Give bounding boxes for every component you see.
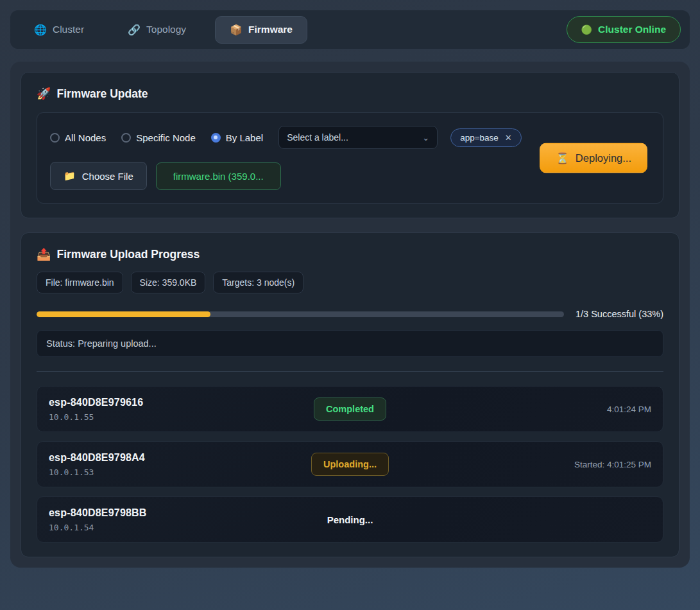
chevron-down-icon: ⌄ [422,133,429,143]
upload-progress-card: 📤 Firmware Upload Progress File: firmwar… [21,232,679,557]
selected-file-label: firmware.bin (359.0... [173,171,264,182]
radio-specific-node[interactable]: Specific Node [121,132,196,143]
file-info-chips: File: firmware.bin Size: 359.0KB Targets… [37,272,663,293]
radio-specific-node-label: Specific Node [136,132,196,143]
cluster-status-badge[interactable]: 🟢 Cluster Online [567,16,681,43]
radio-all-nodes[interactable]: All Nodes [50,132,106,143]
tab-topology-label: Topology [146,24,186,35]
outbox-tray-icon: 📤 [37,247,51,261]
node-row-3[interactable]: esp-840D8E9798BB 10.0.1.54 Pending... [37,496,663,543]
node-name: esp-840D8E979616 [49,397,256,408]
label-select-dropdown[interactable]: Select a label... ⌄ [278,126,438,149]
node-time: 4:01:24 PM [444,405,651,414]
choose-file-button[interactable]: 📁 Choose File [50,162,147,190]
radio-circle-icon [121,133,131,143]
package-icon: 📦 [230,24,243,36]
radio-all-nodes-label: All Nodes [65,132,106,143]
label-chip-text: app=base [460,133,499,143]
tab-topology[interactable]: 🔗 Topology [113,16,201,44]
status-message-box: Status: Preparing upload... [37,330,663,357]
file-name-chip: File: firmware.bin [37,272,123,293]
choose-file-label: Choose File [82,171,133,182]
node-ip: 10.0.1.53 [49,467,256,477]
progress-row: 1/3 Successful (33%) [37,309,663,319]
radio-circle-icon [211,133,221,143]
hourglass-icon: ⏳ [556,152,569,164]
radio-by-label-label: By Label [226,132,263,143]
node-ip: 10.0.1.54 [49,523,256,532]
tab-cluster[interactable]: 🌐 Cluster [19,16,99,44]
node-ip: 10.0.1.55 [49,412,256,422]
firmware-update-card: 🚀 Firmware Update All Nodes Specific Nod… [21,72,679,218]
status-badge-completed: Completed [314,397,386,421]
node-info: esp-840D8E979616 10.0.1.55 [49,397,256,422]
tab-cluster-label: Cluster [53,24,84,35]
node-row-1[interactable]: esp-840D8E979616 10.0.1.55 Completed 4:0… [37,386,663,432]
main-container: 🚀 Firmware Update All Nodes Specific Nod… [10,62,690,568]
node-status-cell: Completed [256,397,444,421]
divider [37,371,663,372]
top-nav: 🌐 Cluster 🔗 Topology 📦 Firmware 🟢 Cluste… [10,10,690,49]
upload-progress-title: 📤 Firmware Upload Progress [37,247,663,261]
green-dot-icon: 🟢 [581,24,592,35]
cluster-status-label: Cluster Online [598,24,666,35]
deploy-button-label: Deploying... [576,152,631,164]
globe-icon: 🌐 [34,24,47,36]
file-size-chip: Size: 359.0KB [131,272,206,293]
tab-firmware[interactable]: 📦 Firmware [215,16,307,44]
node-time: Started: 4:01:25 PM [444,460,651,469]
status-badge-uploading: Uploading... [311,453,389,476]
tab-firmware-label: Firmware [248,24,293,35]
deploy-form-panel: All Nodes Specific Node By Label Select … [37,112,663,204]
node-name: esp-840D8E9798BB [49,507,256,519]
link-icon: 🔗 [128,24,141,36]
node-status-cell: Pending... [256,514,444,525]
close-icon[interactable]: ✕ [505,133,512,143]
radio-by-label[interactable]: By Label [211,132,263,143]
progress-summary-label: 1/3 Successful (33%) [576,309,663,319]
firmware-update-title-text: Firmware Update [56,87,148,101]
node-row-2[interactable]: esp-840D8E9798A4 10.0.1.53 Uploading... … [37,441,663,487]
status-badge-pending: Pending... [327,514,373,525]
rocket-icon: 🚀 [37,87,51,101]
node-info: esp-840D8E9798BB 10.0.1.54 [49,507,256,532]
node-info: esp-840D8E9798A4 10.0.1.53 [49,452,256,477]
upload-progress-bar [37,311,564,317]
label-chip-app-base[interactable]: app=base ✕ [450,128,522,147]
targets-chip: Targets: 3 node(s) [213,272,303,293]
folder-icon: 📁 [64,170,76,182]
selected-file-button[interactable]: firmware.bin (359.0... [156,162,281,190]
firmware-update-title: 🚀 Firmware Update [37,87,663,101]
radio-circle-icon [50,133,60,143]
upload-progress-fill [37,311,210,317]
label-select-value: Select a label... [287,132,348,143]
node-name: esp-840D8E9798A4 [49,452,256,464]
deploy-button[interactable]: ⏳ Deploying... [540,143,647,173]
upload-progress-title-text: Firmware Upload Progress [56,248,200,261]
node-status-cell: Uploading... [256,453,444,476]
